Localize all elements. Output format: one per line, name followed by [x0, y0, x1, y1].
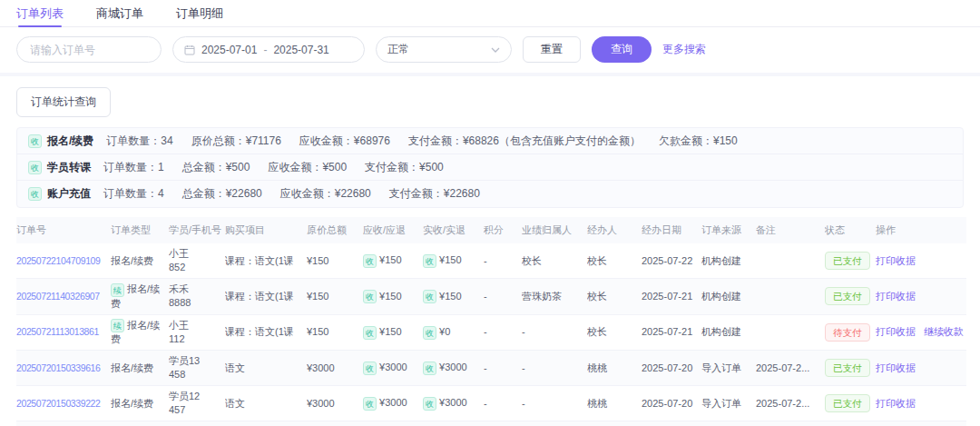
date-start-value: 2025-07-01 [201, 44, 257, 56]
order-number-link[interactable]: 20250721140326907 [16, 291, 100, 302]
print-receipt-link[interactable]: 打印收据 [876, 398, 916, 409]
order-number-link[interactable]: 20250722104709109 [16, 255, 100, 266]
cell-received: 收 ¥0 [423, 314, 484, 351]
cell-remark [756, 243, 825, 279]
query-button[interactable]: 查询 [592, 36, 652, 63]
cell-received: 收 ¥3000 [423, 386, 484, 421]
date-separator: - [263, 44, 267, 56]
cell-actions: 打印收据 [876, 351, 966, 386]
renew-badge-icon: 续 [111, 319, 124, 332]
cell-order-type: 报名/续费 [111, 386, 169, 421]
status-select[interactable]: 正常 [376, 36, 512, 63]
tab-order-details[interactable]: 订单明细 [176, 0, 223, 26]
column-header: 订单号 [16, 217, 111, 243]
cell-order-no: 20250720150339616 [16, 351, 111, 386]
cell-received: 收 ¥3000 [423, 351, 484, 386]
cell-actions: 打印收据继续收款 [876, 314, 966, 351]
receipt-badge-icon: 收 [423, 362, 436, 375]
column-header: 经办日期 [642, 217, 701, 243]
cell-points: - [484, 351, 522, 386]
student-name: 学员13 [169, 354, 221, 368]
receipt-badge-icon: 收 [28, 187, 42, 201]
renew-badge-icon: 续 [111, 283, 124, 297]
summary-label: 学员转课 [47, 160, 91, 175]
summary-row: 收学员转课订单数量：1总金额：¥500应收金额：¥500支付金额：¥500 [17, 154, 963, 181]
cell-handle-date: 2025-07-21 [642, 314, 701, 351]
column-header: 业绩归属人 [522, 217, 587, 243]
cell-performance-owner: - [522, 351, 587, 386]
cell-order-type: 报名/续费 [111, 243, 169, 279]
order-stats-query-button[interactable]: 订单统计查询 [16, 87, 111, 117]
summary-panel: 收报名/续费订单数量：34原价总额：¥71176应收金额：¥68976支付金额：… [16, 127, 964, 208]
summary-row: 收报名/续费订单数量：34原价总额：¥71176应收金额：¥68976支付金额：… [17, 128, 963, 154]
date-range-picker[interactable]: 2025-07-01 - 2025-07-31 [172, 36, 365, 63]
cell-performance-owner: - [522, 421, 587, 426]
cell-original-price: ¥3000 [307, 386, 363, 421]
summary-item: 支付金额：¥500 [365, 160, 444, 175]
cell-actions: 打印收据 [876, 243, 966, 279]
cell-points: - [484, 421, 522, 426]
table-row: 20250721113013861续报名/续费小王112课程：语文(1课¥150… [16, 314, 966, 351]
more-search-link[interactable]: 更多搜索 [662, 42, 706, 57]
cell-order-source: 机构创建 [701, 314, 756, 351]
receipt-badge-icon: 收 [423, 397, 436, 411]
continue-collection-link[interactable]: 继续收款 [924, 326, 964, 337]
status-badge: 已支付 [825, 287, 870, 305]
tab-order-list[interactable]: 订单列表 [16, 0, 64, 26]
cell-order-source: 导入订单 [701, 421, 756, 426]
receipt-badge-icon: 收 [363, 362, 377, 375]
print-receipt-link[interactable]: 打印收据 [876, 291, 916, 302]
cell-handler: 校长 [587, 243, 642, 279]
cell-original-price: ¥150 [307, 243, 363, 279]
cell-handle-date: 2025-07-21 [642, 279, 701, 315]
tab-mall-orders[interactable]: 商城订单 [96, 0, 143, 26]
cell-remark: 2025-07-2... [756, 421, 825, 426]
order-number-link[interactable]: 20250720150339222 [16, 398, 100, 409]
cell-purchase-item: 语文 [225, 421, 307, 426]
print-receipt-link[interactable]: 打印收据 [876, 362, 916, 373]
student-name: 禾禾 [169, 282, 221, 296]
cell-student: 学员13458 [169, 351, 225, 386]
reset-button[interactable]: 重置 [523, 36, 581, 63]
order-number-input[interactable] [16, 36, 162, 63]
stats-row: 订单统计查询 [0, 76, 980, 117]
cell-remark [756, 279, 825, 315]
print-receipt-link[interactable]: 打印收据 [876, 326, 916, 337]
cell-original-price: ¥150 [307, 279, 363, 315]
student-phone: 8888 [169, 296, 221, 310]
cell-remark [756, 314, 825, 351]
cell-order-no: 20250721113013861 [16, 314, 111, 351]
column-header: 购买项目 [225, 217, 307, 243]
cell-status: 已支付 [825, 279, 876, 315]
table-body: 20250722104709109报名/续费小王852课程：语文(1课¥150收… [16, 243, 966, 426]
table-row: 20250720150339616报名/续费学员13458语文¥3000收 ¥3… [16, 351, 966, 386]
summary-item: 支付金额：¥22680 [389, 186, 480, 202]
cell-purchase-item: 课程：语文(1课 [225, 314, 307, 351]
cell-order-no: 20250720150339976 [16, 421, 111, 426]
cell-handle-date: 2025-07-20 [642, 386, 701, 421]
summary-row: 收账户充值订单数量：4总金额：¥22680应收金额：¥22680支付金额：¥22… [17, 181, 963, 207]
cell-handler: 桃桃 [587, 351, 642, 386]
summary-item: 总金额：¥22680 [182, 186, 262, 202]
table-header-row: 订单号订单类型学员/手机号购买项目原价总额应收/应退实收/实退积分业绩归属人经办… [16, 217, 966, 243]
cell-status: 待支付 [825, 314, 876, 351]
status-badge: 已支付 [825, 359, 870, 377]
cell-performance-owner: - [522, 314, 587, 351]
cell-handle-date: 2025-07-22 [642, 243, 701, 279]
order-number-link[interactable]: 20250720150339616 [16, 362, 100, 373]
cell-points: - [484, 314, 522, 351]
summary-item: 订单数量：34 [106, 134, 172, 149]
column-header: 原价总额 [307, 217, 363, 243]
cell-receivable: 收 ¥3000 [363, 421, 423, 426]
column-header: 经办人 [587, 217, 642, 243]
cell-student: 学员11456 [169, 421, 225, 426]
column-header: 学员/手机号 [169, 217, 225, 243]
receipt-badge-icon: 收 [423, 326, 436, 340]
cell-handle-date: 2025-07-20 [642, 351, 701, 386]
cell-remark: 2025-07-2... [756, 386, 825, 421]
cell-receivable: 收 ¥150 [363, 279, 423, 315]
receipt-badge-icon: 收 [28, 161, 42, 174]
print-receipt-link[interactable]: 打印收据 [876, 255, 916, 266]
cell-purchase-item: 课程：语文(1课 [225, 243, 307, 279]
order-number-link[interactable]: 20250721113013861 [16, 326, 99, 337]
